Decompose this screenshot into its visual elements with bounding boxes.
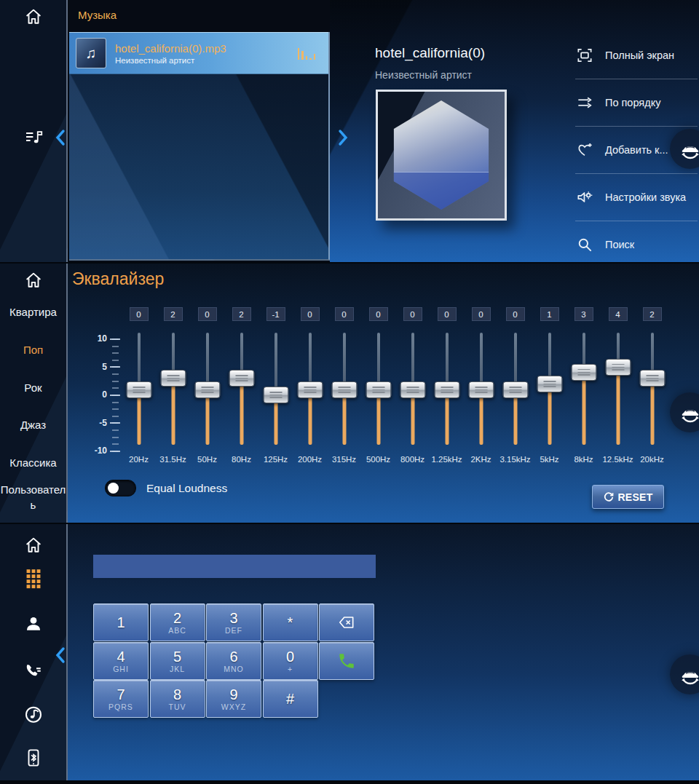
key-0[interactable]: 0+ — [263, 642, 318, 680]
equal-loudness-toggle[interactable] — [105, 480, 136, 496]
band-slider[interactable] — [502, 333, 529, 445]
key-*[interactable]: * — [263, 603, 318, 641]
dialpad-icon-active[interactable] — [23, 568, 44, 590]
track-list[interactable]: ♫ hotel_california(0).mp3 Неизвестный ар… — [69, 32, 330, 261]
preset-classic[interactable]: Классика — [0, 455, 66, 470]
key-#[interactable]: # — [263, 680, 318, 718]
dial-number-input[interactable] — [93, 555, 376, 578]
slider-track-upper — [480, 333, 483, 389]
key-digit: 3 — [229, 610, 237, 626]
eq-band: 220kHz — [635, 307, 669, 464]
music-disc-icon[interactable] — [23, 703, 44, 725]
preset-user[interactable]: Пользователь — [0, 482, 66, 512]
collapse-left-chevron-icon[interactable] — [55, 646, 66, 664]
music-header: Музыка — [78, 9, 116, 21]
key-2[interactable]: 2ABC — [150, 603, 205, 641]
eq-band: 231.5Hz — [156, 307, 190, 464]
slider-track-upper — [377, 333, 380, 389]
home-icon[interactable] — [23, 269, 44, 291]
eq-band: -1125Hz — [258, 307, 293, 464]
slider-handle-icon[interactable] — [297, 381, 323, 398]
key-4[interactable]: 4GHI — [93, 642, 149, 680]
slider-handle-icon[interactable] — [366, 381, 391, 398]
preset-jazz[interactable]: Джаз — [0, 417, 66, 432]
track-row-selected[interactable]: ♫ hotel_california(0).mp3 Неизвестный ар… — [69, 32, 328, 74]
key-6[interactable]: 6MNO — [206, 642, 261, 680]
home-icon[interactable] — [23, 6, 44, 28]
band-frequency: 800Hz — [400, 455, 424, 464]
slider-track-upper — [411, 333, 414, 389]
bluetooth-device-icon[interactable] — [23, 747, 44, 769]
menu-item-play-order[interactable]: По порядку — [575, 79, 699, 126]
now-playing-section: hotel_california(0) Неизвестный артист П… — [330, 0, 699, 262]
menu-item-fullscreen[interactable]: Полный экран — [575, 32, 699, 79]
band-slider[interactable] — [229, 333, 255, 445]
toggle-knob — [108, 483, 119, 494]
key-3[interactable]: 3DEF — [206, 603, 261, 641]
slider-handle-icon[interactable] — [571, 364, 596, 381]
slider-handle-icon[interactable] — [434, 381, 459, 398]
band-frequency: 315Hz — [332, 455, 356, 464]
equal-loudness-label: Equal Loudness — [146, 482, 227, 495]
home-icon[interactable] — [23, 534, 44, 556]
band-slider[interactable] — [605, 333, 631, 445]
slider-handle-icon[interactable] — [194, 381, 220, 398]
band-slider[interactable] — [126, 333, 152, 445]
backspace-key[interactable] — [319, 603, 374, 641]
key-5[interactable]: 5JKL — [150, 642, 205, 680]
band-slider[interactable] — [639, 333, 666, 445]
key-1[interactable]: 1 — [93, 603, 149, 641]
track-artist: Неизвестный артист — [115, 56, 293, 65]
car-sync-button[interactable] — [670, 654, 699, 694]
preset-pop-selected[interactable]: Поп — [0, 342, 66, 357]
collapse-left-chevron-icon[interactable] — [55, 129, 66, 146]
band-slider[interactable] — [434, 333, 460, 445]
now-playing-title: hotel_california(0) — [375, 45, 485, 61]
key-digit: 1 — [116, 614, 125, 630]
key-8[interactable]: 8TUV — [150, 680, 205, 718]
key-9[interactable]: 9WXYZ — [206, 680, 261, 718]
slider-handle-icon[interactable] — [502, 381, 528, 398]
band-slider[interactable] — [160, 333, 186, 445]
slider-handle-icon[interactable] — [639, 370, 665, 387]
music-playlist-icon[interactable] — [23, 126, 44, 148]
slider-handle-icon[interactable] — [229, 370, 254, 387]
band-slider[interactable] — [366, 333, 392, 445]
eq-band: 0500Hz — [361, 307, 395, 464]
slider-handle-icon[interactable] — [263, 387, 288, 403]
band-value: -1 — [266, 307, 285, 321]
key-digit: 8 — [173, 686, 181, 702]
key-7[interactable]: 7PQRS — [93, 680, 149, 718]
menu-item-search[interactable]: Поиск — [575, 221, 699, 262]
track-title: hotel_california(0).mp3 — [115, 42, 293, 55]
preset-apartment[interactable]: Квартира — [0, 304, 66, 320]
band-slider[interactable] — [468, 333, 494, 445]
menu-item-sound-settings[interactable]: Настройки звука — [575, 174, 699, 221]
slider-handle-icon[interactable] — [468, 381, 494, 398]
eq-band: 15kHz — [532, 307, 566, 464]
contacts-icon[interactable] — [23, 613, 44, 635]
slider-handle-icon[interactable] — [126, 381, 151, 398]
slider-handle-icon[interactable] — [605, 359, 631, 376]
band-slider[interactable] — [297, 333, 323, 445]
band-slider[interactable] — [194, 333, 221, 445]
slider-handle-icon[interactable] — [537, 376, 562, 392]
key-digit: 6 — [229, 649, 237, 665]
eq-band: 020Hz — [122, 307, 156, 464]
band-slider[interactable] — [537, 333, 563, 445]
recent-calls-icon[interactable] — [23, 661, 44, 683]
equalizer-header: Эквалайзер — [72, 269, 164, 289]
preset-rock[interactable]: Рок — [0, 380, 66, 395]
band-slider[interactable] — [331, 333, 358, 445]
band-slider[interactable] — [263, 333, 289, 445]
slider-handle-icon[interactable] — [331, 381, 357, 398]
band-slider[interactable] — [400, 333, 426, 445]
call-key[interactable] — [319, 642, 374, 680]
car-sync-button[interactable] — [670, 392, 699, 432]
slider-handle-icon[interactable] — [160, 370, 186, 387]
expand-right-chevron-icon[interactable] — [337, 129, 349, 146]
band-value: 0 — [472, 307, 491, 321]
band-slider[interactable] — [571, 333, 597, 445]
reset-button[interactable]: RESET — [592, 485, 664, 509]
slider-handle-icon[interactable] — [400, 381, 425, 398]
